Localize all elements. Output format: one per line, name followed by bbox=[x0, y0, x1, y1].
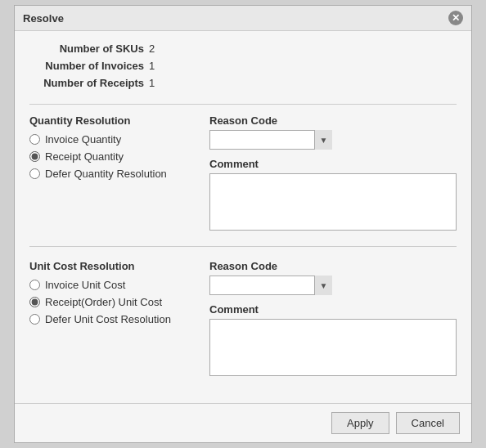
uc-reason-select-wrapper: ▼ bbox=[209, 276, 332, 295]
num-skus-row: Number of SKUs 2 bbox=[29, 43, 457, 55]
uc-heading: Unit Cost Resolution bbox=[29, 260, 193, 272]
qty-receipt-label: Receipt Quantity bbox=[45, 150, 124, 163]
uc-invoice-option[interactable]: Invoice Unit Cost bbox=[29, 279, 193, 291]
qty-comment-label: Comment bbox=[209, 158, 457, 170]
dialog-header: Resolve ✕ bbox=[15, 6, 471, 31]
qty-defer-option[interactable]: Defer Quantity Resolution bbox=[29, 168, 193, 180]
cancel-button[interactable]: Cancel bbox=[396, 412, 460, 434]
uc-defer-option[interactable]: Defer Unit Cost Resolution bbox=[29, 313, 193, 325]
uc-receipt-option[interactable]: Receipt(Order) Unit Cost bbox=[29, 296, 193, 308]
uc-receipt-label: Receipt(Order) Unit Cost bbox=[45, 296, 162, 308]
num-invoices-row: Number of Invoices 1 bbox=[29, 60, 457, 72]
uc-defer-label: Defer Unit Cost Resolution bbox=[45, 313, 171, 325]
qty-receipt-option[interactable]: Receipt Quantity bbox=[29, 150, 193, 163]
num-skus-label: Number of SKUs bbox=[29, 43, 144, 55]
uc-reason-code-label: Reason Code bbox=[209, 260, 457, 272]
dialog-body: Number of SKUs 2 Number of Invoices 1 Nu… bbox=[15, 31, 471, 403]
dialog-title: Resolve bbox=[23, 12, 64, 25]
qty-comment-textarea[interactable] bbox=[209, 173, 457, 231]
uc-invoice-radio[interactable] bbox=[29, 280, 40, 290]
qty-left-col: Quantity Resolution Invoice Quantity Rec… bbox=[29, 114, 193, 233]
qty-invoice-radio[interactable] bbox=[29, 134, 40, 145]
uc-comment-textarea[interactable] bbox=[209, 319, 457, 376]
qty-right-col: Reason Code ▼ Comment bbox=[209, 114, 457, 233]
num-invoices-value: 1 bbox=[149, 60, 155, 72]
uc-defer-radio[interactable] bbox=[29, 314, 40, 325]
qty-defer-radio[interactable] bbox=[29, 168, 40, 179]
num-skus-value: 2 bbox=[149, 43, 155, 55]
resolve-dialog: Resolve ✕ Number of SKUs 2 Number of Inv… bbox=[14, 5, 472, 443]
uc-receipt-radio[interactable] bbox=[29, 297, 40, 307]
uc-reason-select[interactable] bbox=[209, 276, 332, 295]
close-button[interactable]: ✕ bbox=[448, 11, 463, 25]
qty-heading: Quantity Resolution bbox=[29, 114, 193, 127]
uc-right-col: Reason Code ▼ Comment bbox=[209, 260, 457, 379]
uc-comment-label: Comment bbox=[209, 303, 457, 316]
info-section: Number of SKUs 2 Number of Invoices 1 Nu… bbox=[29, 43, 457, 105]
unit-cost-resolution-section: Unit Cost Resolution Invoice Unit Cost R… bbox=[29, 260, 457, 392]
qty-invoice-option[interactable]: Invoice Quantity bbox=[29, 133, 193, 146]
qty-receipt-radio[interactable] bbox=[29, 151, 40, 162]
qty-reason-code-label: Reason Code bbox=[209, 114, 457, 127]
qty-invoice-label: Invoice Quantity bbox=[45, 133, 121, 146]
qty-defer-label: Defer Quantity Resolution bbox=[45, 168, 167, 180]
num-invoices-label: Number of Invoices bbox=[29, 60, 144, 72]
qty-reason-select[interactable] bbox=[209, 130, 332, 150]
qty-reason-select-wrapper: ▼ bbox=[209, 130, 332, 150]
quantity-resolution-section: Quantity Resolution Invoice Quantity Rec… bbox=[29, 114, 457, 247]
num-receipts-row: Number of Receipts 1 bbox=[29, 77, 457, 89]
apply-button[interactable]: Apply bbox=[331, 412, 389, 434]
uc-invoice-label: Invoice Unit Cost bbox=[45, 279, 125, 291]
num-receipts-value: 1 bbox=[149, 77, 155, 89]
num-receipts-label: Number of Receipts bbox=[29, 77, 144, 89]
uc-left-col: Unit Cost Resolution Invoice Unit Cost R… bbox=[29, 260, 193, 379]
dialog-footer: Apply Cancel bbox=[15, 403, 471, 442]
